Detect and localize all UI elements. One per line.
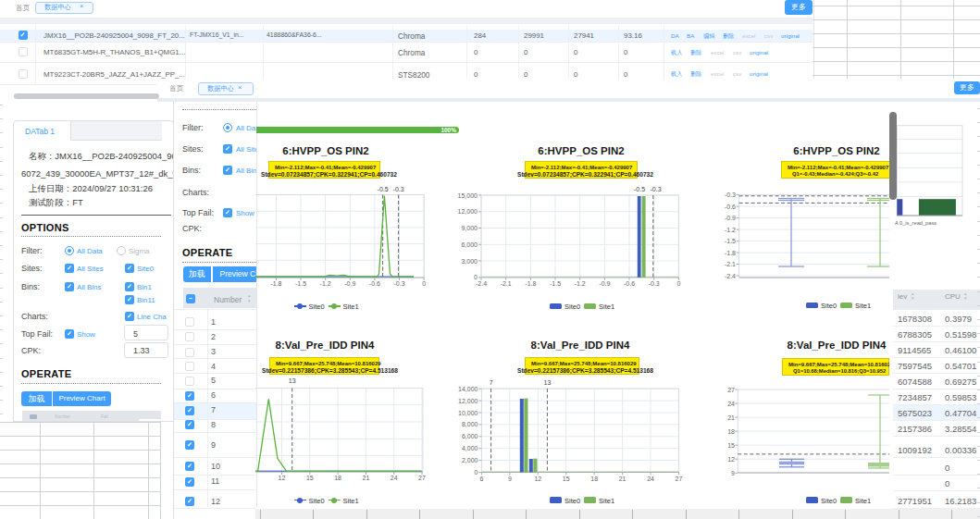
svg-text:6,000: 6,000 xyxy=(462,433,478,439)
svg-text:24: 24 xyxy=(647,476,654,482)
svg-text:10,000: 10,000 xyxy=(458,410,478,416)
svg-text:12,000: 12,000 xyxy=(458,398,478,404)
svg-text:12,000: 12,000 xyxy=(458,208,478,215)
svg-text:27: 27 xyxy=(727,387,735,393)
svg-text:-0.3: -0.3 xyxy=(393,280,404,287)
svg-text:15: 15 xyxy=(563,476,570,482)
svg-text:14,000: 14,000 xyxy=(458,386,478,392)
svg-text:-1.8: -1.8 xyxy=(270,280,281,287)
svg-text:18: 18 xyxy=(590,476,598,482)
svg-text:0: 0 xyxy=(474,274,478,280)
svg-text:21: 21 xyxy=(727,414,735,421)
svg-text:24: 24 xyxy=(727,401,735,407)
svg-text:2,000: 2,000 xyxy=(462,457,478,463)
svg-text:4,000: 4,000 xyxy=(462,445,478,451)
svg-text:0: 0 xyxy=(422,280,426,287)
svg-text:15: 15 xyxy=(727,442,735,449)
svg-text:-1.2: -1.2 xyxy=(725,227,736,233)
svg-text:27: 27 xyxy=(418,475,426,481)
svg-text:-0.6: -0.6 xyxy=(369,280,380,287)
svg-text:21: 21 xyxy=(619,476,626,482)
svg-text:6,000: 6,000 xyxy=(461,241,478,248)
svg-text:-0.3: -0.3 xyxy=(393,186,404,192)
svg-text:24: 24 xyxy=(391,475,398,481)
svg-text:-1.8: -1.8 xyxy=(725,250,736,256)
svg-text:9,000: 9,000 xyxy=(461,225,478,231)
svg-text:-0.9: -0.9 xyxy=(599,280,610,287)
svg-text:-1.8: -1.8 xyxy=(525,280,536,287)
svg-text:-1.5: -1.5 xyxy=(725,238,736,244)
svg-text:-0.9: -0.9 xyxy=(725,215,736,221)
svg-text:21: 21 xyxy=(363,475,370,481)
svg-text:27: 27 xyxy=(676,476,683,482)
svg-text:-1.2: -1.2 xyxy=(575,280,586,287)
svg-text:-1.5: -1.5 xyxy=(550,280,561,287)
svg-text:-2.1: -2.1 xyxy=(725,261,736,267)
svg-text:12: 12 xyxy=(727,456,735,463)
svg-text:15: 15 xyxy=(306,475,314,481)
svg-text:13: 13 xyxy=(289,377,296,384)
svg-text:18: 18 xyxy=(334,475,341,481)
svg-text:13: 13 xyxy=(544,379,552,386)
svg-text:-1.2: -1.2 xyxy=(320,280,331,287)
svg-text:-0.3: -0.3 xyxy=(649,280,660,287)
svg-text:15,000: 15,000 xyxy=(458,192,478,199)
svg-text:-2.4: -2.4 xyxy=(476,280,487,287)
svg-text:8,000: 8,000 xyxy=(462,421,478,427)
svg-text:-0.5: -0.5 xyxy=(634,186,645,192)
svg-text:-0.3: -0.3 xyxy=(650,186,661,192)
svg-text:0: 0 xyxy=(676,280,680,287)
svg-text:-2.4: -2.4 xyxy=(725,273,736,279)
svg-text:-1.5: -1.5 xyxy=(295,280,306,287)
svg-text:3,000: 3,000 xyxy=(461,258,478,265)
svg-text:7: 7 xyxy=(490,379,493,386)
svg-text:-0.6: -0.6 xyxy=(725,204,736,210)
svg-text:-2.1: -2.1 xyxy=(501,280,512,287)
svg-text:9: 9 xyxy=(731,470,735,476)
svg-text:9: 9 xyxy=(508,476,512,482)
svg-text:12: 12 xyxy=(534,476,541,482)
svg-text:-0.6: -0.6 xyxy=(624,280,635,287)
svg-text:-0.9: -0.9 xyxy=(344,280,355,287)
svg-text:12: 12 xyxy=(279,475,286,481)
svg-text:-0.5: -0.5 xyxy=(378,186,389,192)
svg-text:-0.3: -0.3 xyxy=(725,192,736,198)
svg-text:6: 6 xyxy=(479,476,483,482)
svg-text:18: 18 xyxy=(727,428,735,435)
svg-text:0: 0 xyxy=(475,469,478,476)
